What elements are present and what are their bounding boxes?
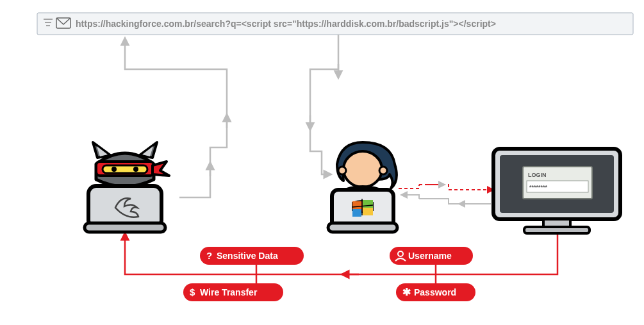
- badge-username: Username: [390, 247, 473, 265]
- login-title: LOGIN: [528, 172, 547, 178]
- attacker-icon: [85, 142, 169, 232]
- flow-exfil: [125, 226, 557, 286]
- svg-point-15: [343, 151, 382, 187]
- svg-rect-20: [352, 201, 361, 209]
- svg-rect-22: [352, 209, 361, 217]
- svg-rect-10: [103, 165, 147, 173]
- dollar-icon: $: [190, 287, 195, 297]
- url-bar: https://hackingforce.com.br/search?q=<sc…: [37, 13, 633, 35]
- badge-sensitive: ? Sensitive Data: [200, 247, 304, 265]
- svg-rect-19: [328, 223, 397, 232]
- badge-wire: $ Wire Transfer: [183, 283, 283, 301]
- svg-point-17: [379, 167, 387, 174]
- badge-sensitive-label: Sensitive Data: [217, 251, 278, 261]
- flow-url-to-victim: [310, 35, 338, 174]
- server-icon: LOGIN ********: [493, 149, 620, 233]
- badge-username-label: Username: [408, 251, 452, 261]
- badge-password: ✱ Password: [396, 283, 475, 301]
- svg-rect-14: [85, 223, 165, 232]
- login-password-mask: ********: [529, 184, 548, 190]
- flow-victim-to-server-request: [399, 185, 491, 190]
- login-card: LOGIN ********: [523, 167, 592, 199]
- svg-point-16: [338, 167, 346, 174]
- svg-point-12: [133, 167, 138, 172]
- asterisk-icon: ✱: [402, 287, 411, 297]
- svg-rect-29: [524, 227, 590, 233]
- victim-icon: [328, 142, 397, 232]
- svg-rect-21: [363, 200, 373, 208]
- badge-password-label: Password: [414, 287, 456, 297]
- url-text: https://hackingforce.com.br/search?q=<sc…: [76, 19, 496, 29]
- svg-rect-23: [363, 208, 373, 215]
- flow-server-to-victim-response: [404, 195, 491, 204]
- svg-point-11: [111, 167, 117, 172]
- badge-wire-label: Wire Transfer: [200, 287, 258, 297]
- question-icon: ?: [206, 250, 212, 261]
